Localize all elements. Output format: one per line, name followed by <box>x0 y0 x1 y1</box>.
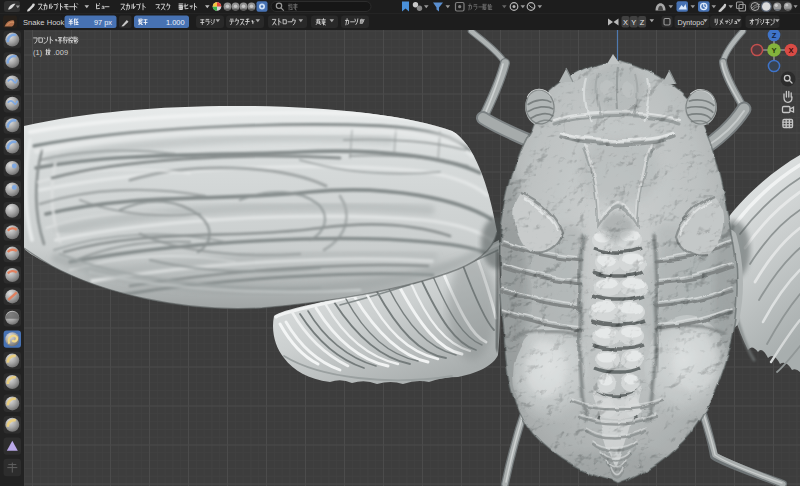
svg-text:Y: Y <box>631 18 636 27</box>
svg-text:Z: Z <box>640 18 645 27</box>
svg-text:1.000: 1.000 <box>166 18 185 27</box>
svg-text:X: X <box>623 18 628 27</box>
svg-text:Snake Hook: Snake Hook <box>23 18 65 27</box>
svg-text:Dyntopo: Dyntopo <box>678 18 705 27</box>
svg-text:Z: Z <box>772 31 777 40</box>
svg-text:Y: Y <box>771 46 776 55</box>
svg-text:97 px: 97 px <box>94 18 112 27</box>
svg-text:.009: .009 <box>54 48 69 57</box>
svg-text:X: X <box>788 46 793 55</box>
svg-text:(1): (1) <box>33 48 43 57</box>
